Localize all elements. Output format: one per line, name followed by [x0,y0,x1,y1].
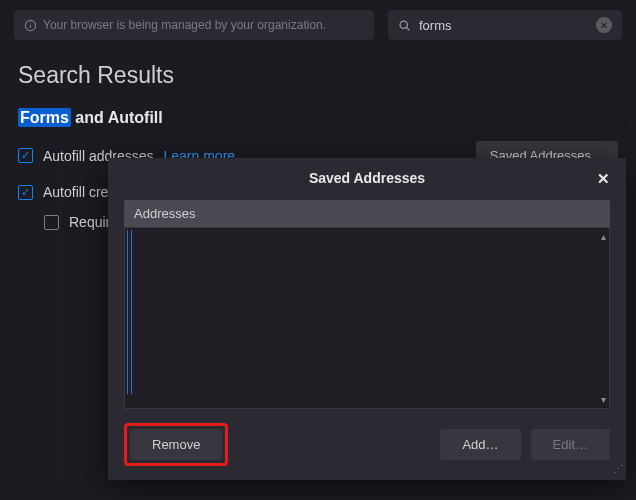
org-managed-banner: Your browser is being managed by your or… [14,10,374,40]
section-title-rest: and Autofill [71,109,163,126]
search-value: forms [419,18,452,33]
add-button[interactable]: Add… [440,429,520,460]
section-title-highlight: Forms [18,108,71,127]
remove-button[interactable]: Remove [130,429,222,460]
search-input[interactable]: forms ✕ [388,10,622,40]
require-checkbox[interactable] [44,215,59,230]
svg-point-2 [30,22,31,23]
scroll-up-icon[interactable]: ▴ [601,231,606,242]
dialog-title: Saved Addresses [309,170,425,186]
org-managed-text[interactable]: Your browser is being managed by your or… [43,18,326,32]
info-icon [24,19,37,32]
close-icon[interactable]: ✕ [592,168,614,190]
list-selection-indicator [127,230,132,394]
search-icon [398,19,411,32]
section-title: Forms and Autofill [18,109,618,127]
remove-button-highlight: Remove [124,423,228,466]
saved-addresses-dialog: Saved Addresses ✕ Addresses ▴ ▾ Remove A… [108,158,626,480]
resize-grip-icon[interactable]: ⋰ [613,463,622,476]
addresses-column-header[interactable]: Addresses [124,200,610,227]
edit-button[interactable]: Edit… [531,429,610,460]
clear-search-icon[interactable]: ✕ [596,17,612,33]
autofill-addresses-checkbox[interactable] [18,148,33,163]
page-title: Search Results [0,40,636,99]
svg-point-3 [400,21,407,28]
autofill-credit-checkbox[interactable] [18,185,33,200]
scroll-down-icon[interactable]: ▾ [601,394,606,405]
addresses-listbox[interactable]: ▴ ▾ [124,227,610,409]
svg-line-4 [407,27,410,30]
